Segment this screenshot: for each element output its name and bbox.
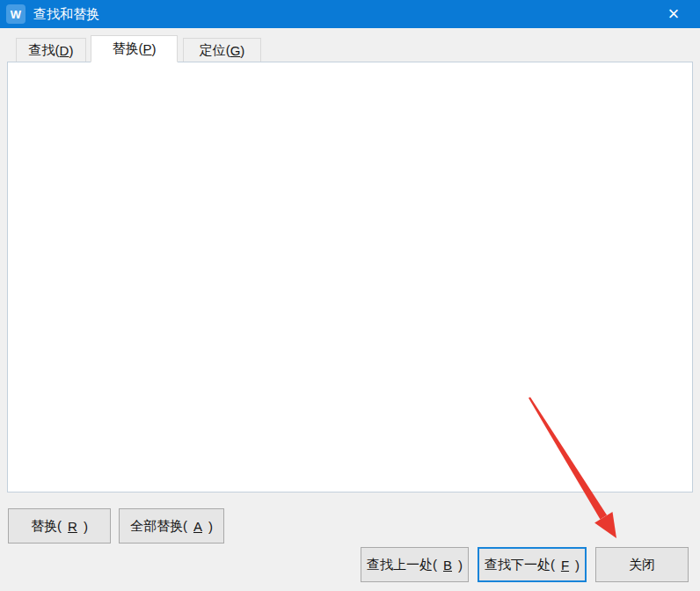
close-dialog-button[interactable]: 关闭: [595, 547, 689, 582]
titlebar-close-button[interactable]: ×: [654, 0, 693, 28]
titlebar: W 查找和替换 ×: [0, 0, 700, 28]
find-replace-dialog: W 查找和替换 × 查找(D) 替换(P) 定位(G) 查找内容(N): <[(…: [0, 0, 700, 591]
replace-button[interactable]: 替换(R): [8, 508, 111, 544]
arrow-head: [594, 512, 616, 538]
tab-replace[interactable]: 替换(P): [91, 35, 178, 62]
find-previous-button[interactable]: 查找上一处(B): [361, 547, 469, 582]
tab-goto[interactable]: 定位(G): [183, 38, 261, 62]
dialog-title: 查找和替换: [33, 6, 99, 23]
tab-find[interactable]: 查找(D): [16, 38, 86, 62]
wps-writer-icon: W: [6, 4, 26, 24]
find-next-button[interactable]: 查找下一处(F): [478, 547, 587, 582]
replace-all-button[interactable]: 全部替换(A): [119, 508, 224, 544]
tab-page-replace: [7, 62, 693, 492]
